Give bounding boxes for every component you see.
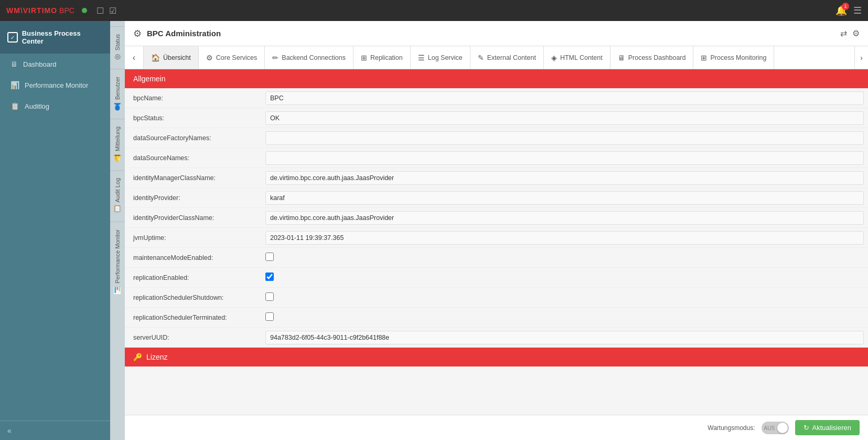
form-label: replicationSchedulerShutdown: — [125, 290, 261, 306]
form-text-input[interactable] — [265, 111, 864, 125]
tab-html-content-label: HTML Content — [560, 54, 603, 61]
toggle-track[interactable]: AUS — [762, 422, 789, 434]
form-value-cell — [261, 89, 868, 107]
form-row: bpcName: — [125, 88, 868, 108]
logo-bpc-text: BPC — [59, 6, 74, 15]
vtab-status[interactable]: ◎ Status — [110, 26, 125, 69]
split-view-button[interactable]: ⇄ — [840, 28, 847, 38]
form-text-input[interactable] — [265, 211, 864, 225]
aktualisieren-button[interactable]: ↻ Aktualisieren — [795, 420, 860, 435]
form-text-input[interactable] — [265, 191, 864, 205]
auditlog-icon: 📋 — [10, 102, 19, 110]
form-label: maintenanceModeEnabled: — [125, 250, 261, 266]
lizenz-icon: 🔑 — [133, 353, 142, 361]
performance-icon: 📊 — [10, 81, 19, 89]
maintenance-toggle[interactable]: AUS — [762, 422, 789, 434]
form-value-cell — [261, 329, 868, 347]
form-text-input[interactable] — [265, 151, 864, 165]
tab-backend-connections[interactable]: ✏ Backend Connections — [265, 46, 353, 69]
tab-html-content[interactable]: ◈ HTML Content — [544, 46, 610, 69]
tab-process-monitoring-label: Process Monitoring — [710, 54, 766, 61]
tab-external-content[interactable]: ✎ External Content — [470, 46, 544, 69]
sidebar-bottom: « — [0, 421, 110, 440]
admin-header: ⚙ BPC Administration ⇄ ⚙ — [125, 21, 868, 46]
vtab-mitteilung[interactable]: 🔔 Mitteilung — [110, 119, 125, 170]
restore-icon[interactable]: ☑ — [109, 6, 116, 16]
form-row: identityProviderClassName: — [125, 208, 868, 228]
mitteilung-vtab-icon: 🔔 — [114, 154, 122, 163]
lizenz-section-header: 🔑 Lizenz — [125, 348, 868, 366]
sidebar-header[interactable]: ✓ Business Process Center — [0, 21, 110, 54]
form-checkbox[interactable] — [265, 253, 274, 261]
tab-replication-label: Replication — [370, 54, 403, 61]
vtab-benutzer[interactable]: 👤 Benutzer — [110, 69, 125, 119]
form-value-cell — [261, 129, 868, 147]
form-value-cell — [261, 209, 868, 227]
tab-process-dashboard[interactable]: 🖥 Process Dashboard — [610, 46, 694, 69]
top-bar-icons: ☐ ☑ — [97, 6, 116, 16]
form-text-input[interactable] — [265, 331, 864, 344]
tab-log-service[interactable]: ☰ Log Service — [411, 46, 470, 69]
performance-vtab-icon: 📊 — [114, 287, 122, 295]
form-row: dataSourceFactoryNames: — [125, 128, 868, 148]
refresh-icon: ↻ — [803, 424, 809, 432]
admin-gear-icon: ⚙ — [133, 28, 142, 39]
form-checkbox[interactable] — [265, 292, 274, 301]
aktualisieren-label: Aktualisieren — [812, 424, 851, 432]
vtab-performance[interactable]: 📊 Performance Monitor — [110, 222, 125, 302]
vtab-auditlog[interactable]: 📋 Audit Log — [110, 170, 125, 221]
form-value-cell — [261, 169, 868, 187]
form-row: identityManagerClassName: — [125, 168, 868, 188]
form-label: serverUUID: — [125, 330, 261, 345]
sidebar-item-dashboard[interactable]: 🖥 Dashboard — [0, 54, 110, 75]
allgemein-title: Allgemein — [133, 75, 165, 83]
form-row: bpcStatus: — [125, 108, 868, 128]
wartung-label: Wartungsmodus: — [708, 424, 755, 432]
tab-replication[interactable]: ⊞ Replication — [353, 46, 411, 69]
vtab-status-label: Status — [114, 34, 121, 50]
form-text-input[interactable] — [265, 91, 864, 105]
bell-button[interactable]: 🔔 1 — [835, 5, 847, 16]
admin-header-title: BPC Administration — [147, 29, 835, 38]
form-value-cell — [261, 109, 868, 127]
form-text-input[interactable] — [265, 131, 864, 145]
settings-button[interactable]: ⚙ — [852, 28, 860, 38]
form-value-cell — [261, 250, 868, 265]
form-label: jvmUptime: — [125, 230, 261, 246]
backend-connections-tab-icon: ✏ — [272, 54, 278, 62]
form-text-input[interactable] — [265, 171, 864, 185]
sidebar-item-auditlog[interactable]: 📋 Auditlog — [0, 96, 110, 117]
logo: WM\VIRTIMO BPC — [6, 6, 74, 15]
allgemein-section-header: Allgemein — [125, 69, 868, 88]
tab-core-services[interactable]: ⚙ Core Services — [199, 46, 265, 69]
tab-more-button[interactable]: › — [854, 46, 868, 69]
bottom-bar: Wartungsmodus: AUS ↻ Aktualisieren — [125, 415, 868, 440]
form-checkbox[interactable] — [265, 273, 274, 281]
vertical-tabs: ◎ Status 👤 Benutzer 🔔 Mitteilung 📋 Audit… — [110, 21, 125, 440]
status-vtab-icon: ◎ — [114, 54, 122, 61]
tab-log-service-label: Log Service — [428, 54, 463, 61]
tab-ubersicht-label: Übersicht — [163, 54, 191, 61]
sidebar-collapse-button[interactable]: « — [7, 426, 103, 435]
form-row: dataSourceNames: — [125, 148, 868, 168]
tab-nav-back-button[interactable]: ‹ — [125, 46, 144, 69]
form-row: replicationEnabled: — [125, 268, 868, 288]
log-service-tab-icon: ☰ — [418, 54, 425, 62]
form-row: jvmUptime: — [125, 228, 868, 248]
form-value-cell — [261, 290, 868, 305]
form-label: identityManagerClassName: — [125, 170, 261, 186]
process-monitoring-tab-icon: ⊞ — [701, 54, 707, 62]
form-row: replicationSchedulerTerminated: — [125, 308, 868, 328]
form-text-input[interactable] — [265, 231, 864, 245]
tab-ubersicht[interactable]: 🏠 Übersicht — [144, 46, 199, 69]
form-rows: bpcName:bpcStatus:dataSourceFactoryNames… — [125, 88, 868, 348]
maximize-icon[interactable]: ☐ — [97, 6, 104, 16]
bell-badge: 1 — [842, 3, 849, 10]
form-checkbox[interactable] — [265, 312, 274, 321]
sidebar-item-performance[interactable]: 📊 Performance Monitor — [0, 75, 110, 96]
content-area: ⚙ BPC Administration ⇄ ⚙ ‹ 🏠 Übersicht ⚙… — [125, 21, 868, 440]
tab-process-monitoring[interactable]: ⊞ Process Monitoring — [693, 46, 774, 69]
form-value-cell — [261, 310, 868, 324]
hamburger-icon[interactable]: ☰ — [853, 5, 862, 16]
top-bar: WM\VIRTIMO BPC ☐ ☑ 🔔 1 ☰ — [0, 0, 868, 21]
